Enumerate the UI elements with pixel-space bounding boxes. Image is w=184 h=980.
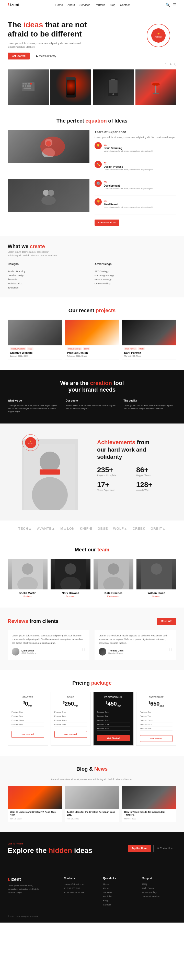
- project-card-3[interactable]: Dark Portrait Photo Dark Portrait March …: [122, 320, 176, 360]
- projects-grid: Creative Website SEO Creative Website Ja…: [8, 320, 176, 360]
- brain-icon: 💡: [94, 142, 102, 150]
- svg-point-26: [45, 139, 53, 146]
- blog-card-2[interactable]: 14 Gift Ideas for the Creative Person in…: [65, 786, 119, 822]
- creation-col-3-text: Lorem ipsum dolor sit amet, consectetur …: [123, 404, 176, 410]
- blog-card-1[interactable]: Want to Understand Creativity? Read This…: [8, 786, 62, 822]
- creation-cols: What we do Lorem ipsum dolor sit amet, c…: [8, 399, 176, 413]
- pricing-feature: Feature Two: [140, 714, 173, 718]
- svg-point-47: [108, 563, 119, 574]
- footer-contact-item: +1 234 567 890: [64, 886, 98, 890]
- nav-about[interactable]: About: [67, 3, 75, 6]
- menu-icon[interactable]: ☰: [173, 3, 176, 7]
- nav-services[interactable]: Services: [80, 3, 90, 6]
- creation-tool-section: We are the creation toolyour brand needs…: [0, 370, 184, 423]
- hero-gallery: [0, 67, 184, 108]
- pricing-btn-starter[interactable]: Get Started: [11, 731, 44, 738]
- project-tags-1: Creative Website SEO: [10, 347, 60, 350]
- footer-link-item[interactable]: About: [103, 886, 137, 890]
- nav-portfolio[interactable]: Portfolio: [95, 3, 105, 6]
- svg-rect-39: [40, 469, 60, 474]
- footer-contacts-heading: Contacts: [64, 877, 98, 880]
- review-company-1: CEO, TechCorp: [21, 652, 36, 654]
- team-card-1: Shella Martin Designer: [8, 559, 48, 597]
- stat-experience-label: Years Experience: [97, 489, 132, 492]
- project-name-2: Product Design: [67, 351, 117, 354]
- service-item: PR Ads Strategy: [94, 277, 176, 282]
- svg-point-50: [151, 563, 162, 574]
- gallery-item-2: [50, 70, 91, 105]
- pricing-price-pro: $450/mo: [97, 700, 130, 707]
- hero-cta-button[interactable]: Get Started: [8, 52, 30, 59]
- footer-link-item[interactable]: Services: [103, 890, 137, 894]
- pricing-features-enterprise: Feature One Feature Two Feature Three Fe…: [140, 710, 173, 730]
- team-section: Meet our team Shella Martin Designer: [0, 536, 184, 608]
- svg-point-27: [46, 141, 51, 146]
- gallery-item-3: [93, 70, 134, 105]
- reviews-more-button[interactable]: More Info: [157, 618, 176, 625]
- review-card-1: Lorem ipsum dolor sit amet, consectetur …: [8, 630, 90, 660]
- nav-home[interactable]: Home: [56, 3, 63, 6]
- clients-logos: TECH▲ AVANTE▲ M▲LON KNIF-E OBSE WOLF▲ CR…: [8, 527, 176, 530]
- svg-rect-12: [27, 85, 29, 87]
- blog-info-3: How to Teach Kids to Be Independent Thin…: [122, 809, 176, 822]
- search-icon[interactable]: 🔍: [166, 3, 170, 7]
- footer-contacts: Contacts contact@lizent.com +1 234 567 8…: [64, 877, 98, 907]
- achievements-section: Creative · Agency · Creative · Agency · …: [0, 423, 184, 520]
- pricing-feature: Feature Four: [97, 722, 130, 727]
- footer-support-item[interactable]: Terms of Service: [142, 894, 176, 899]
- review-text-1: Lorem ipsum dolor sit amet, consectetur …: [12, 634, 85, 645]
- pricing-feature: Feature Two: [97, 714, 130, 718]
- service-item: Creative Design: [8, 274, 90, 277]
- footer-link-item[interactable]: Portfolio: [103, 894, 137, 899]
- team-name-1: Shella Martin: [8, 592, 48, 595]
- cta-contact-button[interactable]: ✉ Contact Us: [153, 845, 176, 852]
- cta-try-button[interactable]: Try For Free: [128, 845, 151, 852]
- team-avatar-1: [8, 559, 48, 589]
- services-header: What we create Lorem ipsum dolor sit ame…: [8, 243, 176, 257]
- pricing-btn-enterprise[interactable]: Get Started: [140, 735, 173, 742]
- client-logo-2: AVANTE▲: [37, 527, 55, 530]
- stat-experience: 17+ Years Experience: [97, 481, 132, 492]
- pricing-features-starter: Feature One Feature Two Feature Three Fe…: [11, 710, 44, 727]
- pricing-btn-pro[interactable]: Get Started: [97, 735, 130, 741]
- blog-card-3[interactable]: How to Teach Kids to Be Independent Thin…: [122, 786, 176, 822]
- project-thumb-2: [65, 320, 119, 345]
- footer-support-item[interactable]: Help Center: [142, 886, 176, 890]
- svg-point-1: [151, 28, 166, 43]
- stat-clients: 86+ Happy Clients: [136, 466, 171, 477]
- footer-support-item[interactable]: Privacy Policy: [142, 890, 176, 894]
- footer-link-item[interactable]: Blog: [103, 899, 137, 903]
- hero-description: Lorem ipsum dolor sit amet, consectetur …: [8, 41, 84, 49]
- team-card-4: Wilson Owen Manager: [136, 559, 176, 597]
- team-card-2: Nark Browns Developer: [51, 559, 90, 597]
- svg-point-37: [40, 452, 60, 472]
- review-author-1: Liam Smith CEO, TechCorp: [12, 648, 85, 655]
- contact-button[interactable]: Contact With Us: [94, 220, 119, 226]
- development-icon: ⚙️: [94, 180, 102, 187]
- phone-image: [106, 77, 121, 97]
- blog-desc: Lorem ipsum dolor sit amet, consectetur …: [41, 778, 143, 781]
- footer-link-item[interactable]: Contact: [103, 903, 137, 907]
- project-card-2[interactable]: Product Design Brand Product Design Febr…: [65, 320, 119, 360]
- footer-link-item[interactable]: Home: [103, 882, 137, 886]
- footer-support-item[interactable]: FAQ: [142, 882, 176, 886]
- svg-rect-22: [155, 86, 157, 93]
- blog-title: Blog & News: [8, 766, 176, 772]
- svg-rect-17: [111, 79, 115, 80]
- pricing-btn-basic[interactable]: Get Started: [54, 731, 87, 738]
- nav-contact[interactable]: Contact: [120, 3, 130, 6]
- project-card-1[interactable]: Creative Website SEO Creative Website Ja…: [8, 320, 62, 360]
- social-tw[interactable]: t: [168, 63, 168, 66]
- pricing-plan-basic: Basic: [54, 696, 87, 698]
- pricing-feature: Feature Two: [54, 714, 87, 718]
- team-person-1-svg: [8, 559, 48, 589]
- social-ig[interactable]: ig: [174, 63, 176, 66]
- social-in[interactable]: in: [170, 63, 172, 66]
- nav-blog[interactable]: Blog: [110, 3, 115, 6]
- hero-story-button[interactable]: ▶ View Our Story: [32, 52, 60, 59]
- team-avatar-2: [51, 559, 90, 589]
- creation-col-2-heading: Our quote: [66, 399, 118, 402]
- team-image-1: [38, 136, 59, 157]
- achievements-content: Achievements fromour hard work andsolida…: [92, 434, 176, 510]
- social-fb[interactable]: f: [165, 63, 166, 66]
